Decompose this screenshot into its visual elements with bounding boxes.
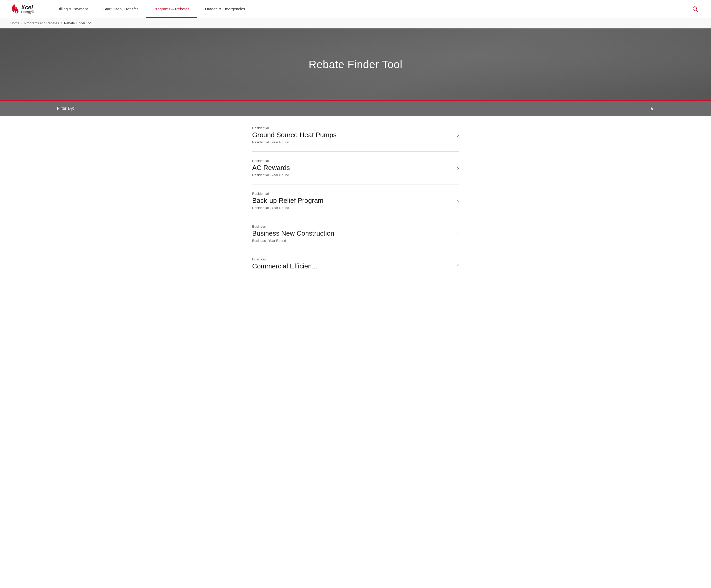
result-category: Residential	[252, 192, 452, 196]
site-header: Xcel Energy® Billing & Payment Start, St…	[0, 0, 711, 18]
chevron-right-icon: ›	[457, 198, 459, 204]
main-nav: Billing & Payment Start, Stop, Transfer …	[50, 0, 690, 18]
result-content: Business Commercial Efficien...	[252, 257, 452, 271]
result-meta: Business | Year Round	[252, 239, 452, 243]
nav-programs-rebates[interactable]: Programs & Rebates	[146, 0, 197, 18]
breadcrumb: Home / Programs and Rebates / Rebate Fin…	[0, 18, 711, 28]
result-item-commercial-efficiency[interactable]: Business Commercial Efficien... ›	[252, 250, 459, 271]
result-content: Business Business New Construction Busin…	[252, 224, 452, 243]
result-title: Back-up Relief Program	[252, 197, 452, 204]
chevron-right-icon: ›	[457, 132, 459, 138]
result-title: AC Rewards	[252, 164, 452, 172]
result-content: Residential Back-up Relief Program Resid…	[252, 192, 452, 210]
filter-label: Filter By:	[57, 106, 74, 111]
result-meta: Residential | Year Round	[252, 173, 452, 177]
result-category: Residential	[252, 126, 452, 130]
result-content: Residential Ground Source Heat Pumps Res…	[252, 126, 452, 144]
result-title: Business New Construction	[252, 230, 452, 237]
search-icon	[692, 6, 698, 12]
result-category: Residential	[252, 159, 452, 163]
result-item-ac-rewards[interactable]: Residential AC Rewards Residential | Yea…	[252, 152, 459, 184]
results-container: Residential Ground Source Heat Pumps Res…	[252, 116, 459, 282]
xcel-logo-icon	[10, 4, 20, 15]
result-meta: Residential | Year Round	[252, 140, 452, 144]
result-item-backup-relief[interactable]: Residential Back-up Relief Program Resid…	[252, 184, 459, 217]
logo-text: Xcel Energy®	[21, 5, 34, 14]
chevron-right-icon: ›	[457, 261, 459, 267]
breadcrumb-programs-rebates[interactable]: Programs and Rebates	[24, 21, 59, 25]
chevron-right-icon: ›	[457, 165, 459, 171]
logo-link[interactable]: Xcel Energy®	[10, 4, 34, 15]
result-item-ground-source-heat-pumps[interactable]: Residential Ground Source Heat Pumps Res…	[252, 119, 459, 152]
result-title: Commercial Efficien...	[252, 262, 452, 270]
search-button[interactable]	[690, 4, 701, 15]
nav-start-stop-transfer[interactable]: Start, Stop, Transfer	[95, 0, 146, 18]
breadcrumb-home[interactable]: Home	[10, 21, 19, 25]
nav-outage-emergencies[interactable]: Outage & Emergencies	[197, 0, 253, 18]
logo-subtitle: Energy®	[21, 10, 34, 14]
filter-bar[interactable]: Filter By: ∨	[0, 101, 711, 116]
result-content: Residential AC Rewards Residential | Yea…	[252, 159, 452, 177]
breadcrumb-current: Rebate Finder Tool	[64, 21, 92, 25]
result-item-business-new-construction[interactable]: Business Business New Construction Busin…	[252, 217, 459, 250]
hero-title: Rebate Finder Tool	[308, 58, 402, 71]
nav-billing-payment[interactable]: Billing & Payment	[50, 0, 95, 18]
chevron-down-icon: ∨	[650, 105, 654, 112]
svg-line-2	[696, 10, 698, 12]
result-meta: Residential | Year Round	[252, 206, 452, 210]
breadcrumb-sep-1: /	[21, 21, 22, 25]
result-category: Business	[252, 257, 452, 261]
result-title: Ground Source Heat Pumps	[252, 131, 452, 139]
breadcrumb-sep-2: /	[61, 21, 62, 25]
chevron-right-icon: ›	[457, 231, 459, 237]
logo-brand: Xcel	[21, 5, 34, 10]
hero-red-line	[0, 100, 711, 101]
result-category: Business	[252, 224, 452, 228]
hero-section: Rebate Finder Tool	[0, 28, 711, 101]
